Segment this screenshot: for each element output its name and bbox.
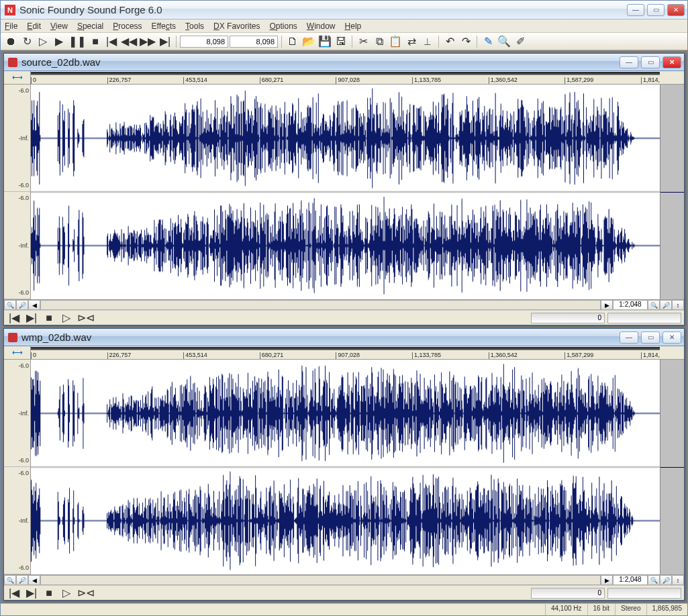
- menu-file[interactable]: File: [5, 21, 17, 31]
- ruler-tick: 1,360,542: [489, 77, 518, 84]
- selection-length: [607, 313, 681, 323]
- play-button[interactable]: ▷: [59, 586, 74, 600]
- stop-button[interactable]: ■: [42, 311, 56, 325]
- zoom-out-v-button[interactable]: 🔎: [16, 575, 28, 585]
- ruler-tick: 1,814,056: [641, 352, 660, 359]
- hscroll-track[interactable]: [40, 575, 601, 585]
- waveform-canvas[interactable]: [31, 85, 660, 299]
- cut-button[interactable]: ✂: [356, 35, 371, 48]
- menu-options[interactable]: Options: [269, 21, 297, 31]
- menubar: File Edit View Special Process Effects T…: [1, 19, 687, 33]
- save-as-button[interactable]: 🖫: [334, 35, 348, 48]
- doc-close-button[interactable]: ✕: [662, 331, 681, 344]
- save-button[interactable]: 💾: [317, 35, 332, 48]
- doc-minimize-button[interactable]: —: [620, 56, 638, 68]
- magnify-tool-button[interactable]: 🔍: [497, 35, 511, 48]
- forward-button[interactable]: ▶▶: [139, 35, 156, 48]
- scroll-right-button[interactable]: ▶: [601, 300, 613, 310]
- edit-cursor-icon[interactable]: ⟷: [12, 73, 23, 82]
- trim-button[interactable]: ⟂: [420, 35, 435, 48]
- rewind-button[interactable]: ◀◀: [120, 35, 138, 48]
- doc-minimize-button[interactable]: —: [620, 331, 638, 344]
- redo-button[interactable]: ↷: [458, 35, 473, 48]
- edit-cursor-icon[interactable]: ⟷: [12, 348, 23, 357]
- ruler-tick: 0: [31, 352, 36, 359]
- menu-special[interactable]: Special: [77, 21, 103, 31]
- edit-tool-button[interactable]: ✎: [481, 35, 495, 48]
- minimize-button[interactable]: —: [627, 4, 644, 16]
- menu-tools[interactable]: Tools: [185, 21, 204, 31]
- go-start-button[interactable]: |◀: [7, 586, 21, 600]
- zoom-in-v-button[interactable]: 🔍: [4, 575, 16, 585]
- menu-dxfav[interactable]: DX Favorites: [213, 21, 260, 31]
- menu-view[interactable]: View: [50, 21, 68, 31]
- amp-label: -6.0: [5, 182, 29, 189]
- play-button[interactable]: ▷: [59, 311, 74, 325]
- amplitude-scale: -6.0-Inf.-6.0-6.0-Inf.-6.0: [4, 360, 31, 574]
- zoom-out-h-button[interactable]: 🔎: [660, 575, 672, 585]
- scroll-left-button[interactable]: ◀: [28, 300, 40, 310]
- doc-maximize-button[interactable]: ▭: [641, 56, 660, 68]
- menu-help[interactable]: Help: [345, 21, 362, 31]
- waveform-area[interactable]: -6.0-Inf.-6.0-6.0-Inf.-6.0: [4, 360, 684, 574]
- go-end-button[interactable]: ▶|: [158, 35, 173, 48]
- doc-maximize-button[interactable]: ▭: [641, 331, 660, 344]
- zoom-in-h-button[interactable]: 🔍: [648, 300, 660, 310]
- time-ruler[interactable]: ⟷0226,757453,514680,271907,0281,133,7851…: [4, 346, 684, 360]
- amp-label: -Inf.: [5, 410, 29, 417]
- ruler-tick: 1,133,785: [412, 352, 441, 359]
- menu-effects[interactable]: Effects: [152, 21, 176, 31]
- zoom-in-h-button[interactable]: 🔍: [648, 575, 660, 585]
- copy-button[interactable]: ⧉: [372, 35, 387, 48]
- zoom-fit-button[interactable]: ↕: [672, 575, 684, 585]
- undo-button[interactable]: ↶: [442, 35, 457, 48]
- pencil-tool-button[interactable]: ✐: [513, 35, 528, 48]
- amp-label: -Inf.: [5, 517, 29, 524]
- ruler-tick: 1,587,299: [564, 352, 593, 359]
- hscroll-track[interactable]: [40, 300, 601, 310]
- cursor-position: 0: [531, 313, 605, 323]
- go-end-button[interactable]: ▶|: [24, 586, 39, 600]
- play-button[interactable]: ▷: [36, 35, 50, 48]
- menu-process[interactable]: Process: [113, 21, 142, 31]
- status-rate: 44,100 Hz: [545, 604, 587, 615]
- zoom-in-v-button[interactable]: 🔍: [4, 300, 16, 310]
- ruler-tick: 907,028: [336, 77, 360, 84]
- amp-label: -Inf.: [5, 242, 29, 249]
- stop-button[interactable]: ■: [42, 586, 56, 600]
- pause-button[interactable]: ❚❚: [68, 35, 87, 48]
- doc-close-button[interactable]: ✕: [662, 56, 681, 68]
- time-ruler[interactable]: ⟷0226,757453,514680,271907,0281,133,7851…: [4, 71, 684, 85]
- close-button[interactable]: ✕: [667, 4, 685, 16]
- doc-titlebar[interactable]: source_02db.wav—▭✕: [4, 54, 684, 71]
- menu-edit[interactable]: Edit: [27, 21, 41, 31]
- menu-window[interactable]: Window: [307, 21, 336, 31]
- scroll-left-button[interactable]: ◀: [28, 575, 40, 585]
- record-button[interactable]: ⏺: [3, 35, 18, 48]
- go-start-button[interactable]: |◀: [104, 35, 119, 48]
- new-button[interactable]: 🗋: [285, 35, 300, 48]
- play-loop-button[interactable]: ⊳⊲: [77, 311, 95, 325]
- paste-button[interactable]: 📋: [388, 35, 403, 48]
- loop-button[interactable]: ↻: [19, 35, 34, 48]
- ruler-tick: 680,271: [260, 77, 284, 84]
- doc-name: source_02db.wav: [21, 56, 620, 68]
- zoom-out-h-button[interactable]: 🔎: [660, 300, 672, 310]
- maximize-button[interactable]: ▭: [647, 4, 665, 16]
- go-start-button[interactable]: |◀: [7, 311, 21, 325]
- mix-button[interactable]: ⇄: [404, 35, 419, 48]
- zoom-fit-button[interactable]: ↕: [672, 300, 684, 310]
- open-button[interactable]: 📂: [301, 35, 316, 48]
- mdi-area: source_02db.wav—▭✕⟷0226,757453,514680,27…: [1, 50, 687, 603]
- doc-window: source_02db.wav—▭✕⟷0226,757453,514680,27…: [3, 53, 685, 325]
- waveform-area[interactable]: -6.0-Inf.-6.0-6.0-Inf.-6.0: [4, 85, 684, 299]
- stop-button[interactable]: ■: [88, 35, 103, 48]
- scroll-right-button[interactable]: ▶: [601, 575, 613, 585]
- play-all-button[interactable]: ▶: [52, 35, 66, 48]
- waveform-canvas[interactable]: [31, 360, 660, 574]
- titlebar[interactable]: N Sonic Foundry Sound Forge 6.0 — ▭ ✕: [1, 1, 687, 19]
- doc-titlebar[interactable]: wmp_02db.wav—▭✕: [4, 329, 684, 346]
- play-loop-button[interactable]: ⊳⊲: [77, 586, 95, 600]
- go-end-button[interactable]: ▶|: [24, 311, 39, 325]
- zoom-out-v-button[interactable]: 🔎: [16, 300, 28, 310]
